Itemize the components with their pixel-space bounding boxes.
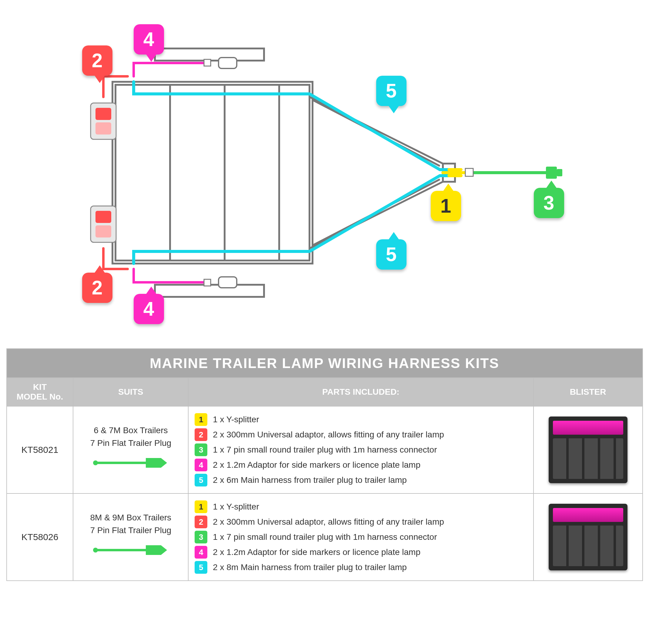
cell-blister [533, 494, 643, 581]
part-text: 1 x 7 pin small round trailer plug with … [213, 445, 437, 455]
table-header-row: KITMODEL No. SUITS PARTS INCLUDED: BLIST… [7, 378, 643, 406]
callout-1-num: 1 [440, 195, 451, 217]
svg-point-26 [93, 548, 98, 553]
part-row: 42 x 1.2m Adaptor for side markers or li… [194, 546, 527, 559]
cell-suits: 6 & 7M Box Trailers 7 Pin Flat Trailer P… [73, 406, 188, 494]
callout-2-top: 2 [82, 45, 113, 76]
suits-line1: 6 & 7M Box Trailers [79, 424, 182, 437]
part-num: 1 [194, 413, 207, 426]
table-row: KT58026 8M & 9M Box Trailers 7 Pin Flat … [7, 494, 643, 581]
table-title: MARINE TRAILER LAMP WIRING HARNESS KITS [7, 349, 643, 378]
svg-rect-20 [465, 169, 473, 176]
plug-illustration-icon [91, 454, 170, 472]
cell-model: KT58021 [7, 406, 73, 494]
svg-rect-19 [204, 279, 211, 286]
svg-rect-16 [95, 211, 111, 223]
col-head-blister: BLISTER [533, 378, 643, 406]
svg-rect-17 [95, 225, 111, 237]
callout-2-top-num: 2 [92, 49, 103, 72]
part-num: 2 [194, 515, 207, 528]
part-num: 4 [194, 459, 207, 471]
col-head-suits: SUITS [73, 378, 188, 406]
part-text: 1 x Y-splitter [213, 502, 259, 512]
part-row: 22 x 300mm Universal adaptor, allows fit… [194, 515, 527, 528]
table-row: KT58021 6 & 7M Box Trailers 7 Pin Flat T… [7, 406, 643, 494]
part-num: 5 [194, 561, 207, 574]
svg-rect-14 [95, 122, 111, 135]
cell-blister [533, 406, 643, 494]
part-text: 1 x 7 pin small round trailer plug with … [213, 532, 437, 542]
part-text: 2 x 300mm Universal adaptor, allows fitt… [213, 430, 444, 440]
part-num: 4 [194, 546, 207, 559]
part-num: 3 [194, 531, 207, 543]
part-text: 2 x 8m Main harness from trailer plug to… [213, 562, 407, 572]
part-row: 31 x 7 pin small round trailer plug with… [194, 531, 527, 543]
callout-4-bottom-num: 4 [143, 298, 154, 320]
cell-model: KT58026 [7, 494, 73, 581]
blister-pack-icon [549, 416, 628, 483]
callout-2-bottom: 2 [82, 273, 113, 303]
callout-5-top: 5 [376, 76, 406, 106]
part-text: 2 x 6m Main harness from trailer plug to… [213, 475, 407, 485]
callout-4-bottom: 4 [134, 294, 164, 324]
callout-2-bottom-num: 2 [92, 277, 103, 299]
suits-line2: 7 Pin Flat Trailer Plug [79, 524, 182, 537]
part-row: 52 x 8m Main harness from trailer plug t… [194, 561, 527, 574]
part-text: 2 x 1.2m Adaptor for side markers or lic… [213, 547, 421, 557]
part-row: 11 x Y-splitter [194, 500, 527, 513]
col-head-model: KITMODEL No. [7, 378, 73, 406]
svg-point-23 [93, 460, 98, 465]
suits-line2: 7 Pin Flat Trailer Plug [79, 437, 182, 450]
callout-3: 3 [534, 188, 564, 218]
callout-4-top: 4 [134, 24, 164, 54]
callout-4-top-num: 4 [143, 28, 154, 51]
callout-1: 1 [431, 191, 461, 221]
callout-5-bottom-num: 5 [386, 243, 397, 266]
part-row: 52 x 6m Main harness from trailer plug t… [194, 474, 527, 487]
svg-rect-7 [155, 285, 264, 297]
callout-5-top-num: 5 [386, 80, 397, 102]
plug-illustration-icon [91, 541, 170, 559]
wiring-diagram: 2 4 5 1 3 5 2 4 [6, 6, 643, 339]
svg-marker-22 [146, 458, 167, 468]
svg-rect-9 [557, 169, 562, 176]
part-row: 22 x 300mm Universal adaptor, allows fit… [194, 428, 527, 441]
part-text: 1 x Y-splitter [213, 415, 259, 424]
svg-rect-18 [204, 59, 211, 66]
svg-rect-10 [219, 57, 237, 68]
callout-5-bottom: 5 [376, 239, 406, 270]
svg-rect-13 [95, 108, 111, 120]
svg-marker-25 [146, 545, 167, 555]
col-head-parts: PARTS INCLUDED: [188, 378, 533, 406]
part-num: 5 [194, 474, 207, 487]
cell-parts: 11 x Y-splitter 22 x 300mm Universal ada… [188, 406, 533, 494]
part-num: 2 [194, 428, 207, 441]
svg-rect-11 [219, 277, 237, 288]
part-row: 31 x 7 pin small round trailer plug with… [194, 444, 527, 456]
callout-3-num: 3 [544, 192, 554, 214]
part-text: 2 x 1.2m Adaptor for side markers or lic… [213, 460, 421, 470]
part-num: 3 [194, 444, 207, 456]
table-title-row: MARINE TRAILER LAMP WIRING HARNESS KITS [7, 349, 643, 378]
svg-rect-4 [113, 82, 312, 264]
suits-line1: 8M & 9M Box Trailers [79, 511, 182, 524]
cell-parts: 11 x Y-splitter 22 x 300mm Universal ada… [188, 494, 533, 581]
blister-pack-icon [549, 504, 628, 570]
kits-table: MARINE TRAILER LAMP WIRING HARNESS KITS … [6, 348, 643, 581]
svg-rect-0 [116, 85, 309, 261]
part-row: 42 x 1.2m Adaptor for side markers or li… [194, 459, 527, 471]
part-num: 1 [194, 500, 207, 513]
cell-suits: 8M & 9M Box Trailers 7 Pin Flat Trailer … [73, 494, 188, 581]
part-text: 2 x 300mm Universal adaptor, allows fitt… [213, 517, 444, 527]
svg-rect-6 [155, 48, 264, 60]
part-row: 11 x Y-splitter [194, 413, 527, 426]
